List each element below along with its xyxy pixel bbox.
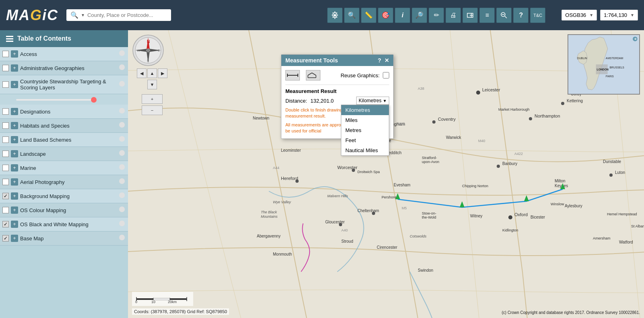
- toc-item-access[interactable]: +Access: [0, 47, 128, 61]
- scale-bar: 0 10 20km: [132, 292, 193, 306]
- toc-item-bg-mapping[interactable]: ✓+Background Mapping: [0, 189, 128, 203]
- toc-expand-bg-mapping[interactable]: +: [11, 192, 18, 200]
- extract-tool-btn[interactable]: [462, 8, 478, 23]
- toc-checkbox-admin-geo[interactable]: [2, 65, 9, 71]
- tc-tool-btn[interactable]: T&C: [530, 8, 545, 23]
- toc-expand-designations[interactable]: +: [11, 108, 18, 115]
- toc-expand-access[interactable]: +: [11, 50, 18, 58]
- toc-expand-os-bw[interactable]: +: [11, 221, 18, 228]
- toc-title: Table of Contents: [17, 35, 71, 42]
- toc-checkbox-marine[interactable]: [2, 165, 9, 171]
- toc-item-os-bw[interactable]: ✓+OS Black and White Mapping: [0, 217, 128, 231]
- nav-up-btn[interactable]: ▲: [147, 68, 157, 78]
- toc-label-land-schemes: Land Based Schemes: [20, 137, 117, 143]
- toc-item-base-map[interactable]: ✓+Base Map: [0, 231, 128, 246]
- toc-checkbox-access[interactable]: [2, 51, 9, 57]
- svg-text:A422: A422: [514, 152, 523, 156]
- unit-option-nautical-miles[interactable]: Nautical Miles: [341, 145, 389, 155]
- print-tool-btn[interactable]: 🖨: [446, 8, 461, 23]
- toc-expand-os-colour[interactable]: +: [11, 206, 18, 214]
- svg-point-26: [372, 212, 375, 215]
- measure-help-btn[interactable]: ?: [378, 57, 381, 64]
- coord-panel: OSGB36 ▼ 1:764,130 ▼: [561, 10, 638, 21]
- toc-expand-landscape[interactable]: +: [11, 150, 18, 157]
- toc-item-marine[interactable]: +Marine: [0, 161, 128, 175]
- scale-dropdown[interactable]: 1:764,130 ▼: [600, 10, 638, 21]
- toc-checkbox-land-schemes[interactable]: [2, 136, 9, 143]
- coord-system-dropdown[interactable]: OSGB36 ▼: [561, 10, 597, 21]
- toc-checkbox-aerial[interactable]: [2, 179, 9, 185]
- zoom-out-btn[interactable]: −: [142, 105, 163, 115]
- unit-option-metres[interactable]: Metres: [341, 125, 389, 135]
- area-measure-btn[interactable]: [306, 70, 320, 81]
- toc-label-os-colour: OS Colour Mapping: [20, 207, 117, 213]
- toc-expand-habitats[interactable]: +: [11, 122, 18, 129]
- toc-checkbox-cs-targeting[interactable]: [2, 81, 9, 88]
- help-tool-btn[interactable]: ?: [513, 8, 528, 23]
- toc-item-landscape[interactable]: +Landscape: [0, 147, 128, 161]
- nav-controls: ◀ ▲ ▶ ▼ + −: [137, 68, 167, 115]
- nav-left-btn[interactable]: ◀: [137, 68, 147, 78]
- copyright-text: (c) Crown Copyright and database rights …: [502, 310, 640, 315]
- unit-dropdown[interactable]: Kilometres ▼: [356, 97, 389, 105]
- toc-checkbox-designations[interactable]: [2, 108, 9, 115]
- settings-tool-btn[interactable]: [327, 8, 343, 23]
- toc-expand-marine[interactable]: +: [11, 164, 18, 171]
- nav-down-btn[interactable]: ▼: [147, 80, 157, 89]
- svg-marker-96: [560, 183, 565, 189]
- line-measure-btn[interactable]: [285, 70, 300, 81]
- unit-option-miles[interactable]: Miles: [341, 115, 389, 125]
- edit-tool-btn[interactable]: ✏: [429, 8, 444, 23]
- toc-item-cs-targeting[interactable]: +Countryside Stewardship Targeting & Sco…: [0, 75, 128, 94]
- search-icon: 🔍: [70, 11, 78, 19]
- svg-text:DUBLIN: DUBLIN: [577, 57, 587, 60]
- nav-right-btn[interactable]: ▶: [158, 68, 167, 78]
- toc-item-habitats[interactable]: +Habitats and Species: [0, 119, 128, 133]
- app-logo: MAGiC: [6, 7, 58, 24]
- toc-expand-admin-geo[interactable]: +: [11, 64, 18, 72]
- toc-checkbox-landscape[interactable]: [2, 151, 9, 157]
- unit-option-feet[interactable]: Feet: [341, 135, 389, 145]
- toc-expand-cs-targeting[interactable]: +: [11, 81, 18, 88]
- search-input[interactable]: [87, 12, 167, 18]
- svg-text:Worcester: Worcester: [337, 165, 357, 170]
- reuse-checkbox[interactable]: [383, 72, 389, 78]
- map-area[interactable]: Wolverhampton Birmingham Leicester Peter…: [128, 30, 644, 318]
- toc-label-access: Access: [20, 51, 117, 57]
- zoom-in-btn[interactable]: +: [142, 94, 163, 104]
- toc-checkbox-habitats[interactable]: [2, 122, 9, 129]
- toc-expand-aerial[interactable]: +: [11, 178, 18, 186]
- search-bar[interactable]: 🔍 ▼: [66, 9, 171, 21]
- toc-checkbox-os-bw[interactable]: ✓: [2, 221, 9, 227]
- search2-tool-btn[interactable]: 🔎: [412, 8, 427, 23]
- toc-checkbox-bg-mapping[interactable]: ✓: [2, 193, 9, 199]
- svg-text:Malvern Hills: Malvern Hills: [327, 194, 348, 198]
- toc-opacity-dot-marine: [119, 164, 125, 170]
- svg-text:Milton: Milton: [555, 179, 566, 183]
- toc-item-os-colour[interactable]: +OS Colour Mapping: [0, 203, 128, 217]
- unit-option-kilometres[interactable]: Kilometres: [341, 105, 389, 115]
- distance-row: Distance: 132,201.0 Kilometres ▼ Kilomet…: [285, 97, 389, 105]
- find-tool-btn[interactable]: [496, 8, 512, 23]
- overview-map: DUBLIN AMSTERDAM LONDON BRUSSELS PARIS 👁: [568, 34, 640, 95]
- compass[interactable]: N S W E: [132, 34, 164, 66]
- toc-expand-base-map[interactable]: +: [11, 235, 18, 242]
- info-tool-btn[interactable]: i: [395, 8, 410, 23]
- toc-checkbox-base-map[interactable]: ✓: [2, 235, 9, 242]
- toc-item-designations[interactable]: +Designations: [0, 105, 128, 119]
- dropdown-arrow-icon: ▼: [81, 13, 85, 17]
- zoom-tool-btn[interactable]: 🔍: [344, 8, 359, 23]
- toc-slider-cs-targeting[interactable]: [16, 99, 97, 101]
- measure-tool-btn[interactable]: 📏: [361, 8, 376, 23]
- toc-item-aerial[interactable]: +Aerial Photography: [0, 175, 128, 189]
- svg-text:Newtown: Newtown: [253, 116, 269, 120]
- locate-tool-btn[interactable]: 🎯: [378, 8, 393, 23]
- toc-item-land-schemes[interactable]: +Land Based Schemes: [0, 133, 128, 147]
- toc-expand-land-schemes[interactable]: +: [11, 136, 18, 143]
- svg-text:PARIS: PARIS: [606, 75, 614, 78]
- list-tool-btn[interactable]: ≡: [479, 8, 495, 23]
- toc-checkbox-os-colour[interactable]: [2, 207, 9, 213]
- toc-item-admin-geo[interactable]: +Administrative Geographies: [0, 61, 128, 75]
- measure-close-btn[interactable]: ✕: [384, 57, 389, 64]
- svg-text:Coventry: Coventry: [438, 117, 456, 122]
